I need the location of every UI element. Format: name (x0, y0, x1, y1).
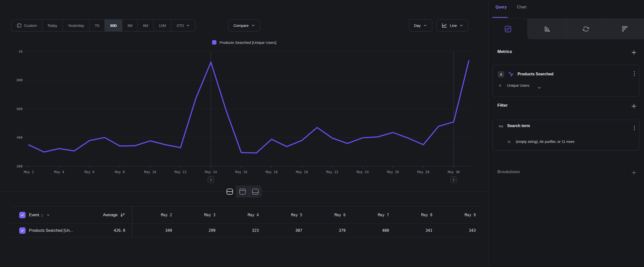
granularity-button[interactable]: Day (409, 19, 432, 32)
aggregation-prefix: # (499, 83, 501, 87)
select-all-checkbox[interactable] (19, 212, 26, 218)
event-name-cell[interactable]: Products Searched [Un... (11, 227, 92, 234)
date-range-7d[interactable]: 7D (89, 20, 104, 31)
y-axis-label: 600 (17, 107, 23, 111)
active-tab-underline (492, 17, 508, 18)
chart-style-button[interactable]: Line (436, 19, 468, 32)
x-axis-label: May 14 (205, 170, 217, 174)
average-value-cell: 426.9 (92, 228, 132, 233)
main-panel: CustomTodayYesterday7D30D3M6M12MXTD Comp… (0, 0, 488, 267)
date-column-headers: May 2May 3May 4May 5May 6May 7May 8May 9 (132, 213, 479, 217)
table-column-divider (132, 206, 132, 238)
annotation-badge-may-14[interactable]: 1 (208, 176, 214, 183)
x-axis-label: May 18 (266, 170, 278, 174)
date-range-12m[interactable]: 12M (153, 20, 171, 31)
check-icon (20, 228, 24, 232)
x-axis-label: May 2 (24, 170, 34, 174)
kebab-menu-icon[interactable] (634, 71, 635, 77)
table-cell-value: 323 (219, 228, 262, 233)
line-chart-icon (442, 23, 447, 28)
filter-operator[interactable]: Is (508, 140, 510, 144)
table-column-header[interactable]: May 4 (219, 213, 262, 217)
table-view-icon (252, 189, 258, 195)
chart-type-flows-button[interactable] (566, 19, 606, 39)
chevron-down-icon[interactable] (538, 86, 541, 90)
x-axis-label: May 30 (448, 170, 460, 174)
date-range-custom[interactable]: Custom (12, 20, 42, 31)
add-filter-button[interactable] (631, 103, 636, 110)
chart-type-selector (488, 19, 644, 39)
event-header-label: Event (29, 213, 39, 217)
compare-button[interactable]: Compare (228, 19, 260, 32)
date-range-6m[interactable]: 6M (138, 20, 153, 31)
table-header-row: Event 1 Average May 2May 3May 4May 5May … (11, 206, 479, 224)
x-axis-label: May 8 (115, 170, 125, 174)
date-range-today[interactable]: Today (42, 20, 62, 31)
check-icon (20, 213, 24, 217)
x-axis-label: May 26 (387, 170, 399, 174)
layout-table-button[interactable] (249, 185, 262, 197)
results-table: Event 1 Average May 2May 3May 4May 5May … (11, 206, 479, 237)
split-view-icon (226, 189, 233, 195)
x-axis-label: May 22 (326, 170, 338, 174)
date-range-label: 7D (95, 24, 100, 28)
metric-card[interactable]: A Products Searched # Unique Users (492, 65, 639, 97)
date-range-label: 3M (128, 24, 132, 28)
table-column-header[interactable]: May 3 (176, 213, 219, 217)
table-cell-value: 349 (132, 228, 176, 233)
x-axis-label: May 28 (418, 170, 430, 174)
aggregation-selector[interactable]: Unique Users (507, 83, 529, 87)
chevron-down-icon[interactable] (46, 213, 50, 217)
table-cell-value: 343 (436, 228, 479, 233)
plus-icon (631, 103, 636, 109)
insights-line-icon (504, 25, 512, 33)
y-axis-label: 800 (17, 78, 23, 82)
filter-property-name: Search term (507, 124, 530, 128)
date-range-label: XTD (176, 24, 184, 28)
date-range-label: 12M (159, 24, 166, 28)
add-breakdown-button[interactable] (631, 170, 636, 176)
filter-card[interactable]: Aa Search term Is (empty string), Air pu… (492, 120, 639, 150)
event-header-cell[interactable]: Event 1 (11, 212, 92, 218)
x-axis-label: May 24 (357, 170, 369, 174)
table-column-header[interactable]: May 8 (392, 213, 436, 217)
add-metric-button[interactable] (631, 50, 636, 56)
table-column-header[interactable]: May 2 (132, 213, 176, 217)
table-column-header[interactable]: May 5 (262, 213, 306, 217)
metrics-heading: Metrics (498, 49, 512, 54)
line-chart[interactable]: 2004006008001KMay 2May 4May 6May 8May 10… (0, 47, 488, 190)
average-header-cell[interactable]: Average (92, 212, 132, 217)
table-cell-value: 341 (392, 228, 436, 233)
table-column-header[interactable]: May 7 (349, 213, 392, 217)
tab-query[interactable]: Query (496, 5, 507, 9)
layout-chart-button[interactable] (236, 185, 249, 197)
table-column-header[interactable]: May 6 (306, 213, 349, 217)
table-cell-value: 400 (349, 228, 392, 233)
tab-chart[interactable]: Chart (517, 5, 526, 9)
row-checkbox[interactable] (19, 227, 26, 234)
layout-toggle (223, 185, 262, 197)
chart-type-retention-button[interactable] (606, 19, 644, 39)
date-range-yesterday[interactable]: Yesterday (62, 20, 89, 31)
table-column-header[interactable]: May 9 (436, 213, 479, 217)
filter-value[interactable]: (empty string), Air purifier, or 11 more (516, 140, 574, 144)
x-axis-label: May 20 (296, 170, 308, 174)
metric-name: Products Searched (518, 72, 554, 76)
x-axis-label: May 12 (175, 170, 187, 174)
x-axis-label: May 4 (54, 170, 64, 174)
table-cell-value: 379 (306, 228, 349, 233)
layout-split-button[interactable] (223, 185, 236, 197)
date-range-label: Yesterday (68, 24, 84, 28)
data-line-products-searched[interactable] (29, 61, 469, 153)
date-range-3m[interactable]: 3M (122, 20, 138, 31)
date-range-xtd[interactable]: XTD (171, 20, 195, 31)
average-value: 426.9 (114, 228, 125, 233)
kebab-menu-icon[interactable] (634, 125, 635, 132)
chart-type-insights-button[interactable] (488, 19, 528, 39)
annotation-badge-may-30[interactable]: 1 (450, 176, 457, 183)
plus-icon (631, 170, 636, 175)
chart-legend: Products Searched [Unique Users] (0, 40, 488, 45)
property-type-icon: Aa (498, 124, 503, 128)
chart-type-funnels-button[interactable] (528, 19, 566, 39)
date-range-30d[interactable]: 30D (104, 20, 122, 31)
